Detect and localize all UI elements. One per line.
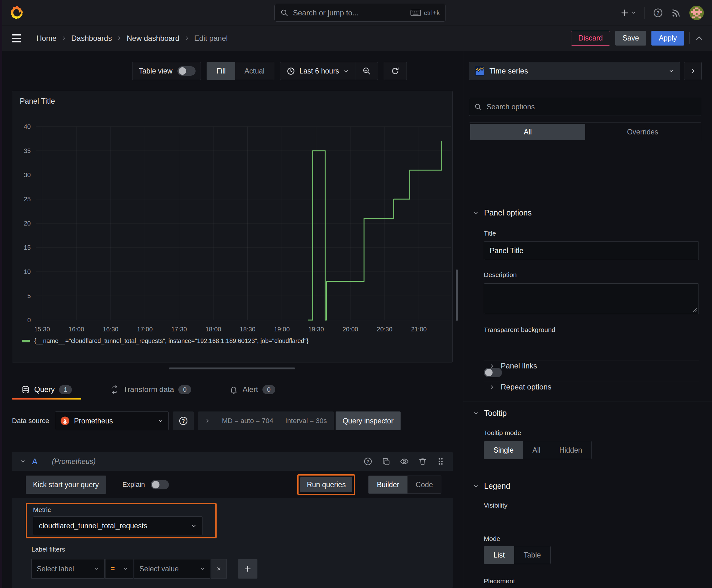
grafana-edit-panel-screen: Search or jump to... ctrl+k (0, 0, 712, 588)
collapse-header-button[interactable] (695, 34, 703, 42)
tooltip-all-option[interactable]: All (523, 441, 550, 459)
breadcrumb: Home Dashboards New dashboard Edit panel (37, 34, 228, 43)
code-mode-option[interactable]: Code (408, 476, 441, 493)
actual-option[interactable]: Actual (235, 62, 274, 80)
select-value-dropdown[interactable]: Select value (134, 559, 210, 579)
chevron-down-icon (123, 566, 128, 571)
duplicate-query-icon[interactable] (382, 457, 390, 466)
discard-button[interactable]: Discard (571, 31, 610, 45)
tab-query-label: Query (34, 385, 55, 394)
zoom-out-icon (362, 67, 371, 76)
filter-tab-overrides[interactable]: Overrides (585, 124, 700, 140)
legend-mode-label: Mode (484, 535, 500, 543)
options-filter-tabs: All Overrides (469, 123, 701, 141)
help-button[interactable]: ? (653, 8, 663, 18)
scrollbar-thumb[interactable] (456, 270, 458, 321)
global-search-input[interactable]: Search or jump to... ctrl+k (274, 4, 446, 22)
kick-start-query-button[interactable]: Kick start your query (26, 476, 106, 494)
actions-divider (689, 33, 690, 44)
add-new-button[interactable] (620, 8, 637, 17)
tab-query[interactable]: Query 1 (12, 380, 81, 399)
explain-toggle[interactable] (151, 480, 169, 489)
prometheus-icon (60, 416, 70, 426)
legend-header[interactable]: Legend (473, 482, 510, 491)
query-a-header[interactable]: A (Prometheus) ? (12, 452, 453, 471)
table-view-label: Table view (139, 67, 172, 76)
database-icon (21, 385, 30, 394)
options-search-input[interactable]: Search options (469, 98, 701, 116)
legend-mode-list[interactable]: List (484, 546, 514, 564)
panel-options-header[interactable]: Panel options (473, 208, 532, 217)
fill-option[interactable]: Fill (207, 62, 235, 80)
delete-query-icon[interactable] (418, 457, 427, 466)
apply-button[interactable]: Apply (651, 31, 684, 45)
chevron-down-icon (669, 68, 674, 74)
tab-query-count: 1 (59, 385, 72, 394)
tooltip-hidden-option[interactable]: Hidden (550, 441, 592, 459)
editor-tabs: Query 1 Transform data 0 Alert 0 (12, 380, 453, 399)
chevron-down-icon (343, 68, 349, 74)
time-series-chart[interactable]: 051015202530354015:3016:0016:3017:0017:3… (12, 91, 453, 363)
panel-title-input[interactable] (484, 241, 699, 260)
remove-filter-button[interactable] (211, 559, 226, 579)
svg-text:16:00: 16:00 (68, 326, 84, 333)
tab-alert[interactable]: Alert 0 (220, 380, 284, 399)
datasource-select[interactable]: Prometheus (55, 412, 169, 430)
operator-dropdown[interactable]: = (105, 559, 133, 579)
breadcrumb-new-dashboard[interactable]: New dashboard (127, 34, 179, 43)
tooltip-single-option[interactable]: Single (484, 441, 523, 459)
tooltip-mode-group: Single All Hidden (484, 441, 592, 459)
panel-links-row[interactable]: Panel links (489, 361, 537, 370)
select-value-placeholder: Select value (139, 565, 179, 573)
add-filter-button[interactable] (238, 559, 257, 579)
query-ref-id[interactable]: A (32, 457, 37, 466)
save-button[interactable]: Save (615, 31, 646, 45)
query-editor-toolbar: Kick start your query Explain Run querie… (12, 474, 453, 495)
query-inspector-button[interactable]: Query inspector (336, 412, 400, 430)
chart-legend[interactable]: {__name__="cloudflared_tunnel_total_requ… (22, 337, 308, 344)
filter-tab-all[interactable]: All (470, 124, 585, 140)
hide-query-icon[interactable] (400, 457, 409, 466)
search-shortcut: ctrl+k (410, 9, 440, 17)
legend-mode-table[interactable]: Table (514, 546, 550, 564)
datasource-help-button[interactable]: ? (173, 412, 194, 430)
table-view-toggle[interactable] (177, 66, 196, 76)
run-queries-button[interactable]: Run queries (300, 477, 352, 492)
user-avatar[interactable] (689, 6, 704, 20)
help-circle-icon: ? (179, 416, 188, 426)
query-help-icon[interactable]: ? (364, 457, 372, 466)
svg-text:40: 40 (24, 123, 31, 130)
metric-select[interactable]: cloudflared_tunnel_total_requests (33, 517, 202, 535)
resize-corner-icon[interactable] (692, 308, 697, 313)
news-button[interactable] (671, 8, 681, 18)
svg-text:30: 30 (24, 171, 31, 178)
menu-toggle-button[interactable] (12, 31, 26, 45)
drag-handle-icon[interactable] (436, 457, 445, 466)
tab-transform-data[interactable]: Transform data 0 (101, 380, 201, 399)
panel-description-textarea[interactable] (484, 283, 699, 314)
breadcrumb-dashboards[interactable]: Dashboards (71, 34, 112, 43)
chevron-right-icon (489, 384, 494, 390)
refresh-button[interactable] (384, 62, 407, 80)
chevron-down-icon[interactable] (20, 459, 26, 464)
visualization-select[interactable]: Time series (469, 62, 680, 80)
panel-resize-handle[interactable] (169, 368, 295, 370)
zoom-out-time-button[interactable] (355, 62, 377, 80)
builder-mode-option[interactable]: Builder (369, 476, 408, 493)
chevron-right-icon (117, 36, 122, 41)
time-range-button[interactable]: Last 6 hours (280, 62, 355, 80)
select-label-dropdown[interactable]: Select label (31, 559, 105, 579)
query-options-summary[interactable]: MD = auto = 704 Interval = 30s (198, 412, 334, 430)
tooltip-header[interactable]: Tooltip (473, 408, 507, 418)
svg-text:0: 0 (27, 317, 31, 323)
repeat-options-row[interactable]: Repeat options (489, 383, 551, 391)
breadcrumb-home[interactable]: Home (37, 34, 57, 43)
time-series-viz-icon (475, 66, 484, 76)
collapse-pane-button[interactable] (684, 62, 702, 80)
chevron-right-icon (205, 418, 210, 423)
svg-text:20:30: 20:30 (377, 326, 392, 333)
select-label-placeholder: Select label (37, 565, 74, 573)
chevron-right-icon (489, 363, 494, 369)
grafana-logo-icon[interactable] (9, 5, 24, 20)
legend-series-label[interactable]: {__name__="cloudflared_tunnel_total_requ… (34, 337, 308, 344)
